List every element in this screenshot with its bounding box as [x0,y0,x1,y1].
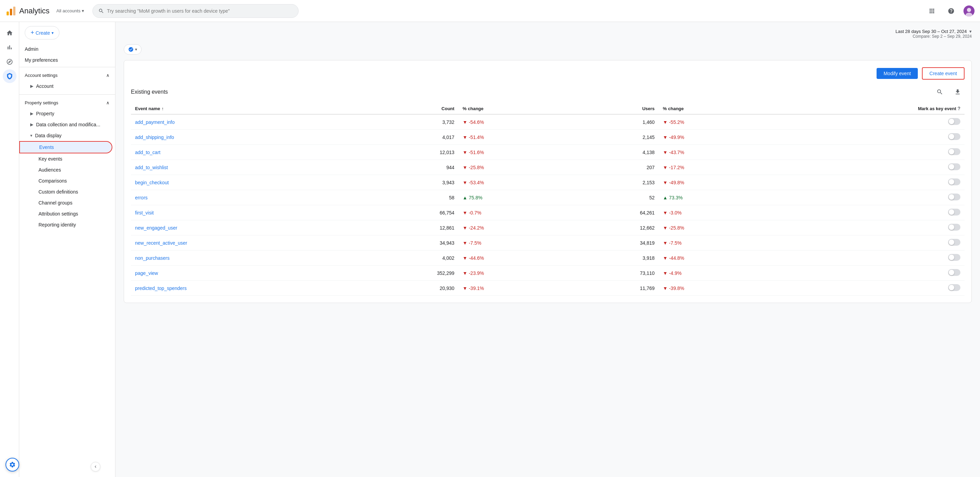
property-nav-item[interactable]: ▶ Property [19,108,112,119]
key-event-toggle-cell [772,250,964,266]
apps-grid-button[interactable] [925,4,939,18]
key-event-toggle[interactable] [948,224,961,231]
users-cell: 11,769 [571,281,659,296]
my-preferences-nav-item[interactable]: My preferences [19,55,112,65]
count-change-value: 75.8% [469,195,482,200]
settings-fab[interactable] [5,458,19,472]
table-download-button[interactable] [951,85,964,99]
account-selector[interactable]: All accounts ▾ [56,8,84,13]
arrow-down-icon: ▼ [663,135,668,140]
data-collection-nav-item[interactable]: ▶ Data collection and modifica... [19,119,112,130]
key-event-help-icon[interactable]: ? [957,106,961,111]
modify-event-button[interactable]: Modify event [877,68,918,79]
count-change-value: -44.6% [469,255,484,261]
nav-divider-2 [19,94,115,95]
property-settings-title[interactable]: Property settings ∧ [19,97,115,108]
channel-groups-nav-item[interactable]: Channel groups [19,197,112,208]
key-event-toggle[interactable] [948,178,961,185]
key-event-toggle-cell [772,235,964,250]
key-event-toggle[interactable] [948,254,961,261]
help-button[interactable] [944,4,958,18]
users-change-cell: ▼-43.7% [659,145,772,160]
create-event-button[interactable]: Create event [922,67,964,79]
create-button[interactable]: + Create ▾ [25,26,59,40]
chevron-left-icon [93,464,98,469]
home-nav-button[interactable] [3,26,16,40]
key-events-nav-item[interactable]: Key events [19,154,112,164]
key-event-toggle[interactable] [948,239,961,246]
admin-icon [6,73,13,79]
key-event-toggle[interactable] [948,148,961,155]
event-name-cell: first_visit [131,205,361,220]
count-cell: 4,002 [361,250,458,266]
arrow-down-icon: ▼ [663,119,668,125]
date-range-info: Last 28 days Sep 30 – Oct 27, 2024 ▾ Com… [896,29,972,39]
users-cell: 34,819 [571,235,659,250]
attribution-settings-nav-item[interactable]: Attribution settings [19,208,112,219]
bar-chart-icon [6,44,13,51]
event-name-cell: errors [131,190,361,205]
toggle-knob [949,285,954,290]
reporting-identity-nav-item[interactable]: Reporting identity [19,219,112,230]
home-icon [6,30,13,36]
sort-asc-icon[interactable]: ↑ [162,106,164,111]
users-change-cell: ▼-49.8% [659,175,772,190]
event-name-cell: add_payment_info [131,114,361,130]
topbar-right-actions [925,4,975,18]
table-row: add_shipping_info4,017▼-51.4%2,145▼-49.9… [131,130,964,145]
table-search-button[interactable] [933,85,947,99]
search-bar[interactable] [92,4,299,18]
filter-chip[interactable]: ▾ [124,44,142,55]
key-event-toggle-cell [772,190,964,205]
user-avatar[interactable] [964,5,975,16]
event-name-cell: predicted_top_spenders [131,281,361,296]
key-event-toggle-cell [772,160,964,175]
search-input[interactable] [107,8,293,14]
key-event-toggle[interactable] [948,193,961,200]
key-event-toggle[interactable] [948,269,961,276]
users-change-value: -49.8% [669,180,684,185]
users-cell: 2,153 [571,175,659,190]
explore-nav-button[interactable] [3,55,16,69]
table-row: new_recent_active_user34,943▼-7.5%34,819… [131,235,964,250]
sidebar-collapse-button[interactable] [91,462,100,472]
app-title: Analytics [19,6,49,16]
key-event-toggle[interactable] [948,133,961,140]
key-event-toggle-cell [772,175,964,190]
admin-nav-button[interactable] [3,69,16,83]
admin-label: Admin [25,46,38,52]
users-change-cell: ▲73.3% [659,190,772,205]
key-event-toggle[interactable] [948,163,961,170]
users-change-value: -3.0% [669,210,682,216]
topbar: Analytics All accounts ▾ [0,0,980,22]
account-settings-title[interactable]: Account settings ∧ [19,70,115,81]
count-change-value: -0.7% [469,210,481,216]
custom-definitions-nav-item[interactable]: Custom definitions [19,186,112,197]
account-nav-item[interactable]: ▶ Account [19,81,112,92]
comparisons-nav-item[interactable]: Comparisons [19,175,112,186]
admin-nav-item[interactable]: Admin [19,44,112,55]
key-event-toggle[interactable] [948,118,961,125]
key-event-toggle[interactable] [948,284,961,291]
events-nav-item[interactable]: Events [19,141,112,154]
reports-nav-button[interactable] [3,41,16,54]
date-range-dropdown-icon[interactable]: ▾ [969,29,972,34]
count-cell: 12,013 [361,145,458,160]
audiences-nav-item[interactable]: Audiences [19,164,112,175]
date-range-compare-text: Compare: Sep 2 – Sep 29, 2024 [896,34,972,39]
count-change-cell: ▼-25.8% [458,160,571,175]
key-event-toggle[interactable] [948,209,961,216]
toggle-knob [949,239,954,245]
users-change-value: -17.2% [669,165,684,170]
svg-point-4 [967,8,971,12]
data-display-chevron-icon: ▾ [30,133,32,138]
create-button-area: + Create ▾ [19,22,115,44]
users-change-cell: ▼-49.9% [659,130,772,145]
col-event-name: Event name ↑ [131,103,361,114]
data-display-nav-item[interactable]: ▾ Data display [19,130,112,141]
count-change-cell: ▼-7.5% [458,235,571,250]
users-change-value: 73.3% [669,195,683,200]
filter-row: ▾ [124,44,972,55]
check-circle-icon [128,47,134,52]
help-circle-icon [948,8,955,14]
